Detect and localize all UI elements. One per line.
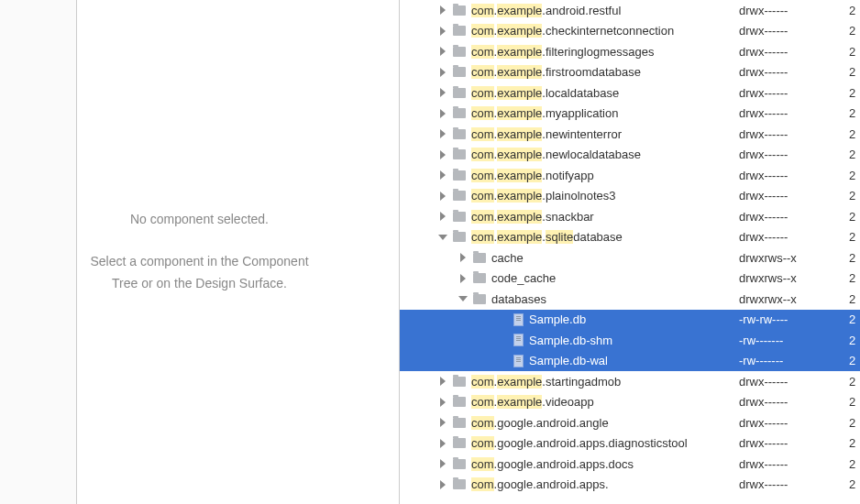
tree-row[interactable]: com.example.startingadmobdrwx------2	[400, 371, 860, 392]
placeholder-instruction-line-b: Tree or on the Design Surface.	[90, 273, 308, 295]
chevron-right-icon[interactable]	[438, 170, 447, 180]
chevron-right-icon[interactable]	[438, 150, 447, 159]
tree-row[interactable]: com.google.android.angledrwx------2	[400, 412, 860, 433]
tree-row-label[interactable]: com.example.checkinternetconnection	[471, 24, 674, 38]
permissions-text: drwx------	[739, 45, 788, 59]
tree-row-label[interactable]: Sample.db-shm	[529, 334, 612, 347]
permissions-text: drwx------	[739, 416, 788, 430]
modified-col-fragment: 2	[849, 210, 855, 224]
tree-row-label[interactable]: com.example.newintenterror	[471, 127, 622, 141]
folder-icon	[473, 294, 486, 304]
permissions-text: drwx------	[739, 65, 788, 79]
chevron-right-icon[interactable]	[458, 274, 468, 283]
folder-icon	[453, 47, 466, 57]
modified-col-fragment: 2	[849, 312, 855, 326]
tree-row-label[interactable]: com.example.startingadmob	[471, 375, 621, 389]
tree-row[interactable]: com.example.newintenterrordrwx------2	[400, 124, 860, 145]
tree-row-label[interactable]: com.example.newlocaldatabase	[471, 148, 641, 161]
tree-row[interactable]: Sample.db-wal-rw-------2	[400, 351, 860, 372]
tree-row[interactable]: com.example.videoappdrwx------2	[400, 392, 860, 413]
device-file-explorer-panel[interactable]: com.example.android.restfuldrwx------2co…	[400, 0, 860, 504]
modified-col-fragment: 2	[849, 45, 855, 59]
tree-row-label[interactable]: com.example.snackbar	[471, 210, 594, 224]
tree-row[interactable]: com.example.sqlitedatabasedrwx------2	[400, 227, 860, 248]
tree-row-label[interactable]: Sample.db	[529, 312, 586, 326]
tree-row-label[interactable]: com.example.plainolnotes3	[471, 189, 616, 203]
permissions-text: drwxrwx--x	[739, 292, 797, 306]
chevron-right-icon[interactable]	[438, 459, 447, 468]
tree-row[interactable]: com.example.notifyappdrwx------2	[400, 165, 860, 186]
tree-row-label[interactable]: com.example.filteringlogmessages	[471, 45, 654, 59]
tree-row[interactable]: com.example.snackbardrwx------2	[400, 206, 860, 227]
chevron-right-icon[interactable]	[438, 439, 447, 448]
tree-row[interactable]: com.example.filteringlogmessagesdrwx----…	[400, 41, 860, 62]
permissions-text: drwx------	[739, 127, 788, 141]
placeholder-instruction-line-a: Select a component in the Component	[90, 251, 308, 273]
tree-row-label[interactable]: code_cache	[491, 271, 556, 285]
folder-icon	[473, 273, 486, 283]
chevron-right-icon[interactable]	[438, 68, 447, 77]
folder-icon	[453, 459, 466, 469]
tree-row-label[interactable]: com.google.android.apps.docs	[471, 457, 634, 471]
tree-row-label[interactable]: cache	[491, 251, 524, 265]
tree-row-label[interactable]: com.example.myapplication	[471, 106, 618, 120]
folder-icon	[453, 397, 466, 407]
tree-row[interactable]: com.google.android.apps.diagnosticstoold…	[400, 433, 860, 455]
tree-row-label[interactable]: Sample.db-wal	[529, 354, 608, 367]
tree-row-label[interactable]: databases	[491, 292, 546, 306]
tree-row[interactable]: cachedrwxrws--x2	[400, 247, 860, 268]
tree-row-label[interactable]: com.example.firstroomdatabase	[471, 65, 641, 79]
chevron-right-icon[interactable]	[438, 88, 447, 97]
chevron-right-icon[interactable]	[438, 418, 447, 427]
folder-icon	[453, 212, 466, 222]
file-tree[interactable]: com.example.android.restfuldrwx------2co…	[400, 0, 860, 495]
chevron-right-icon[interactable]	[438, 5, 447, 15]
chevron-right-icon[interactable]	[438, 377, 447, 386]
tree-row[interactable]: com.example.firstroomdatabasedrwx------2	[400, 62, 860, 83]
folder-icon	[453, 438, 466, 448]
tree-row-label[interactable]: com.google.android.apps.diagnosticstool	[471, 436, 688, 450]
tree-row[interactable]: com.example.newlocaldatabasedrwx------2	[400, 145, 860, 166]
tree-row-label[interactable]: com.example.android.restful	[471, 4, 621, 17]
modified-col-fragment: 2	[849, 4, 855, 17]
tree-row[interactable]: Sample.db-rw-rw----2	[400, 310, 860, 331]
tree-row-label[interactable]: com.example.notifyapp	[471, 169, 594, 182]
expander-placeholder	[499, 335, 508, 345]
permissions-text: drwxrws--x	[739, 271, 797, 285]
modified-col-fragment: 2	[849, 127, 855, 141]
tree-row-label[interactable]: com.example.sqlitedatabase	[471, 230, 623, 244]
modified-col-fragment: 2	[849, 416, 855, 430]
tree-row-label[interactable]: com.example.videoapp	[471, 395, 594, 409]
chevron-right-icon[interactable]	[438, 398, 447, 407]
modified-col-fragment: 2	[849, 106, 855, 120]
tree-row-label[interactable]: com.google.android.angle	[471, 416, 609, 430]
tree-row[interactable]: com.google.android.apps.docsdrwx------2	[400, 454, 860, 475]
tree-row[interactable]: com.example.android.restfuldrwx------2	[400, 0, 860, 21]
tree-row-label[interactable]: com.google.android.apps.	[471, 477, 609, 491]
chevron-down-icon[interactable]	[458, 294, 468, 303]
permissions-text: drwx------	[739, 436, 788, 450]
permissions-text: drwx------	[739, 4, 788, 17]
modified-col-fragment: 2	[849, 86, 855, 100]
modified-col-fragment: 2	[849, 169, 855, 182]
chevron-right-icon[interactable]	[438, 27, 447, 36]
chevron-right-icon[interactable]	[438, 109, 447, 118]
tree-row[interactable]: com.example.localdatabasedrwx------2	[400, 82, 860, 104]
tree-row[interactable]: com.example.myapplicationdrwx------2	[400, 104, 860, 125]
chevron-right-icon[interactable]	[438, 192, 447, 201]
chevron-right-icon[interactable]	[438, 480, 447, 489]
tree-row[interactable]: com.example.plainolnotes3drwx------2	[400, 186, 860, 207]
tree-row[interactable]: Sample.db-shm-rw-------2	[400, 330, 860, 351]
chevron-right-icon[interactable]	[438, 212, 447, 221]
chevron-right-icon[interactable]	[458, 253, 468, 262]
tree-row-label[interactable]: com.example.localdatabase	[471, 86, 619, 100]
tree-row[interactable]: code_cachedrwxrws--x2	[400, 268, 860, 290]
permissions-text: drwx------	[739, 395, 788, 409]
tree-row[interactable]: com.google.android.apps.drwx------2	[400, 475, 860, 496]
tree-row[interactable]: databasesdrwxrwx--x2	[400, 289, 860, 310]
chevron-right-icon[interactable]	[438, 47, 447, 56]
chevron-right-icon[interactable]	[438, 129, 447, 138]
chevron-down-icon[interactable]	[438, 233, 447, 242]
tree-row[interactable]: com.example.checkinternetconnectiondrwx-…	[400, 21, 860, 42]
permissions-text: drwx------	[739, 230, 788, 244]
